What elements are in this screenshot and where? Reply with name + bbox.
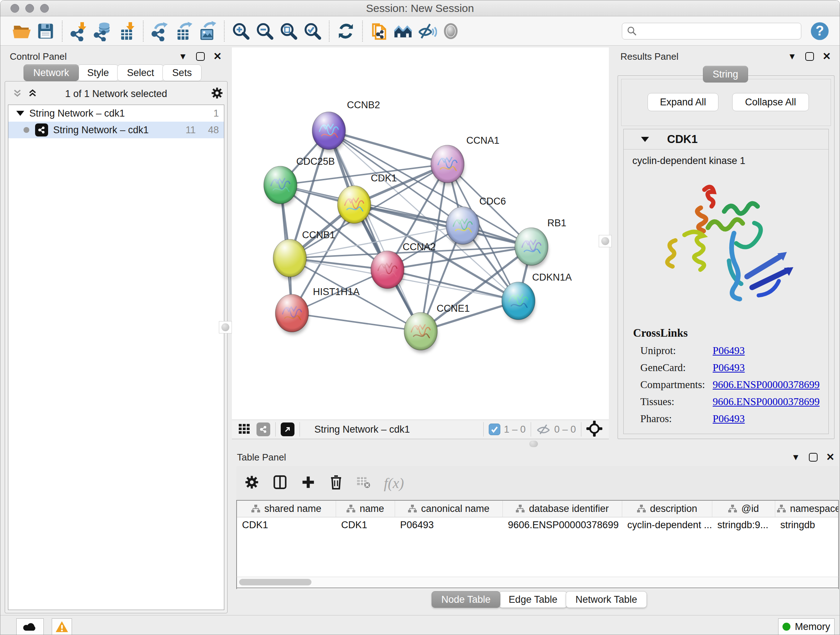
- collapse-all-button[interactable]: Collapse All: [732, 93, 809, 111]
- table-toolbar: f(x): [236, 466, 839, 500]
- zoom-in-icon: [231, 21, 251, 41]
- function-builder-button[interactable]: f(x): [384, 475, 404, 492]
- table-options-button[interactable]: [244, 475, 259, 491]
- close-panel-button[interactable]: ✕: [826, 452, 835, 462]
- maximize-panel-button[interactable]: [809, 453, 818, 462]
- network-tree-row[interactable]: String Network – cdk1 11 48: [8, 122, 224, 138]
- gene-card-header[interactable]: CDK1: [624, 129, 829, 149]
- show-columns-button[interactable]: [272, 475, 287, 491]
- import-table-file-button[interactable]: [115, 19, 139, 43]
- column-header-canonical-name[interactable]: canonical name: [395, 501, 503, 517]
- fit-selected-button[interactable]: [586, 421, 602, 438]
- float-panel-button[interactable]: ▼: [788, 52, 797, 61]
- column-header-name[interactable]: name: [336, 501, 395, 517]
- column-header-shared-name[interactable]: shared name: [237, 501, 336, 517]
- tab-sets[interactable]: Sets: [163, 65, 202, 81]
- refresh-view-button[interactable]: [334, 19, 358, 43]
- node-label-CDKN1A: CDKN1A: [532, 272, 572, 283]
- create-column-button[interactable]: [301, 475, 316, 491]
- column-header-namespace[interactable]: namespace: [775, 501, 839, 517]
- zoom-fit-button[interactable]: [277, 19, 301, 43]
- graph-node-CCNB1[interactable]: [273, 239, 306, 279]
- disclosure-triangle-icon[interactable]: [641, 137, 649, 142]
- tab-select[interactable]: Select: [117, 65, 164, 81]
- graph-edge-CCNB2-CCNE1[interactable]: [329, 131, 421, 331]
- column-header--id[interactable]: @id: [712, 501, 775, 517]
- graph-node-CDKN1A[interactable]: [502, 282, 535, 322]
- graph-node-CDK1[interactable]: [338, 186, 371, 226]
- crosslink-link[interactable]: P06493: [713, 362, 745, 374]
- crosslink-link[interactable]: P06493: [713, 345, 745, 356]
- graph-node-CCNE1[interactable]: [404, 312, 437, 353]
- maximize-panel-button[interactable]: [805, 52, 814, 61]
- table-horizontal-scrollbar[interactable]: [236, 577, 839, 588]
- tab-network[interactable]: Network: [24, 65, 79, 81]
- memory-button[interactable]: Memory: [778, 618, 835, 635]
- table-row[interactable]: CDK1CDK1P064939606.ENSP00000378699cyclin…: [237, 517, 838, 532]
- expand-all-button[interactable]: Expand All: [647, 93, 718, 111]
- graph-node-CCNA1[interactable]: [431, 145, 464, 185]
- help-button[interactable]: ?: [809, 21, 830, 42]
- birds-eye-view-button[interactable]: [281, 423, 294, 436]
- grid-view-button[interactable]: [238, 422, 251, 437]
- memory-status-icon: [783, 623, 790, 631]
- delete-table-button[interactable]: [356, 476, 371, 490]
- right-splitter-handle[interactable]: [599, 235, 612, 247]
- close-panel-button[interactable]: ✕: [823, 51, 831, 62]
- export-network-button[interactable]: [148, 19, 172, 43]
- open-session-button[interactable]: [10, 19, 34, 43]
- level-of-detail-button[interactable]: [439, 19, 463, 43]
- crosslink-link[interactable]: 9606.ENSP00000378699: [713, 379, 820, 391]
- crosslink-link[interactable]: P06493: [713, 413, 745, 424]
- float-panel-button[interactable]: ▼: [179, 52, 187, 61]
- tab-edge-table[interactable]: Edge Table: [499, 591, 567, 608]
- tab-style[interactable]: Style: [77, 65, 118, 81]
- zoom-out-button[interactable]: [253, 19, 277, 43]
- float-panel-button[interactable]: ▼: [791, 453, 800, 462]
- column-header-database-identifier[interactable]: database identifier: [503, 501, 622, 517]
- graph-node-RB1[interactable]: [515, 228, 548, 268]
- export-image-button[interactable]: [196, 19, 219, 43]
- scrollbar-thumb[interactable]: [239, 579, 311, 585]
- maximize-panel-button[interactable]: [196, 52, 205, 61]
- tab-node-table[interactable]: Node Table: [431, 591, 500, 608]
- new-network-from-selection-button[interactable]: [367, 19, 391, 43]
- left-splitter-handle[interactable]: [219, 321, 232, 333]
- zoom-selected-icon: [302, 21, 323, 41]
- graph-node-CCNB2[interactable]: [312, 112, 346, 152]
- selected-checkbox[interactable]: [489, 424, 500, 435]
- minimize-window-button[interactable]: [25, 4, 34, 13]
- close-panel-button[interactable]: ✕: [213, 51, 222, 62]
- zoom-selected-button[interactable]: [301, 19, 325, 43]
- table-cell: stringdb:9...: [712, 517, 775, 532]
- save-session-button[interactable]: [34, 19, 57, 43]
- column-type-icon: [516, 505, 524, 513]
- show-hide-graphics-details-button[interactable]: [415, 19, 439, 43]
- share-icon: [259, 425, 268, 434]
- close-window-button[interactable]: [11, 4, 19, 13]
- column-header-description[interactable]: description: [622, 501, 712, 517]
- graph-node-HIST1H1A[interactable]: [275, 295, 309, 334]
- import-network-database-button[interactable]: [91, 19, 115, 43]
- network-share-toggle[interactable]: [256, 423, 270, 436]
- search-input[interactable]: [641, 25, 797, 36]
- tab-string[interactable]: String: [703, 66, 748, 82]
- graph-node-CDC25B[interactable]: [264, 166, 297, 206]
- maximize-window-button[interactable]: [40, 4, 49, 13]
- import-network-file-button[interactable]: [67, 19, 91, 43]
- graph-node-CCNA2[interactable]: [371, 251, 404, 291]
- horizontal-splitter-handle[interactable]: [529, 440, 538, 447]
- crosslink-link[interactable]: 9606.ENSP00000378699: [713, 396, 820, 408]
- delete-column-button[interactable]: [329, 475, 343, 491]
- zoom-in-button[interactable]: [229, 19, 253, 43]
- disclosure-triangle-icon[interactable]: [16, 111, 24, 116]
- network-tree-root-row[interactable]: String Network – cdk1 1: [8, 105, 224, 122]
- cloud-status-button[interactable]: [16, 618, 44, 635]
- network-view[interactable]: CCNB2CCNA1CDC25BCDK1CDC6RB1CCNB1CCNA2CDK…: [232, 48, 609, 420]
- warning-status-button[interactable]: [52, 618, 72, 635]
- export-table-button[interactable]: [172, 19, 196, 43]
- graph-edge-HIST1H1A-CCNE1[interactable]: [292, 313, 421, 331]
- tab-network-table[interactable]: Network Table: [566, 591, 647, 608]
- crosslink-label: Tissues:: [640, 396, 713, 408]
- first-neighbors-button[interactable]: [391, 19, 415, 43]
